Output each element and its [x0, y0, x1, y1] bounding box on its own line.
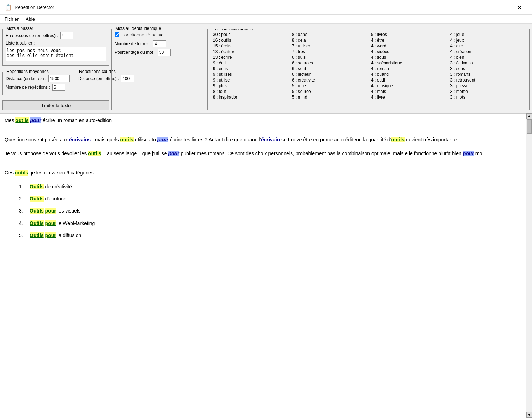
text-para-2: Question souvent posée aux écrivains : m… [5, 136, 522, 143]
rep-moy-dist-input[interactable] [48, 75, 70, 82]
list-item-3: 3. Outils pour les visuels [5, 207, 522, 215]
scroll-up-arrow[interactable]: ▲ [526, 113, 532, 119]
repetitions-row: Répétitions moyennes Distance (en lettre… [2, 69, 109, 95]
word-pour-3: pour [168, 151, 179, 156]
word-entry: 4 : jeux [450, 38, 526, 43]
nombre-lettres-label: Nombre de lettres : [115, 41, 151, 46]
list-word-outils-1: Outils [30, 184, 44, 189]
word-outils-3: outils [391, 137, 405, 142]
text-display-container: Mes outils pour écrire un roman en auto-… [0, 113, 532, 418]
liste-textarea[interactable]: les pas nos nous vous des ils elle était… [6, 47, 106, 61]
word-entry: 5 : mind [292, 95, 368, 100]
text-para-4: Ces outils, je les classe en 6 catégorie… [5, 169, 522, 177]
list-word-outils-2: Outils [30, 196, 44, 202]
word-entry: 3 : puisse [450, 83, 526, 88]
word-entry: 6 : créativité [292, 78, 368, 83]
word-entry: 5 : utile [292, 83, 368, 88]
word-entry: 13 : écriture [213, 49, 289, 54]
scrollbar[interactable]: ▲ ▼ [526, 113, 532, 418]
title-bar-controls: — □ ✕ [478, 2, 527, 13]
scroll-track[interactable] [526, 119, 532, 412]
word-entry: 6 : lecteur [292, 72, 368, 77]
minimize-button[interactable]: — [478, 2, 494, 13]
word-entry: 4 : sous [371, 55, 447, 60]
list-num-1: 1. [19, 183, 30, 190]
word-entry: 4 : word [371, 43, 447, 48]
word-entry: 4 : livre [371, 95, 447, 100]
en-dessous-label: En dessous de (en lettres) : [6, 33, 58, 38]
word-entry: 9 : écris [213, 66, 289, 71]
word-entry: 9 : plus [213, 83, 289, 88]
word-entry: 15 : écrits [213, 43, 289, 48]
rep-moyennes-label: Répétitions moyennes [5, 69, 50, 74]
checkbox-row: Fonctionnalité active [115, 32, 204, 37]
en-dessous-input[interactable] [60, 32, 73, 39]
word-entry: 4 : outil [371, 78, 447, 83]
app-icon: 📋 [5, 4, 12, 11]
mots-plus-utilises-label: Mots les plus utilisés [212, 29, 254, 31]
fonctionnalite-label: Fonctionnalité active [121, 32, 164, 37]
word-entry: 7 : très [292, 49, 368, 54]
scroll-thumb[interactable] [527, 119, 532, 134]
pourcentage-label: Pourcentage du mot : [115, 50, 156, 55]
mots-debut-label: Mots au début identique [114, 26, 162, 31]
maximize-button[interactable]: □ [495, 2, 511, 13]
word-entry: 3 : mots [450, 95, 526, 100]
word-entry: 8 : cela [292, 38, 368, 43]
word-entry: 4 : musique [371, 83, 447, 88]
list-word-pour-2: pour [45, 220, 56, 226]
word-entry: 3 : retrouvent [450, 78, 526, 83]
word-entry: 4 : être [371, 38, 447, 43]
word-pour-4: pour [463, 151, 474, 156]
mots-passer-label: Mots à passer [5, 26, 35, 31]
close-button[interactable]: ✕ [511, 2, 527, 13]
word-entry: 8 : tout [213, 89, 289, 94]
list-num-2: 2. [19, 195, 30, 203]
list-word-outils-3: Outils [30, 208, 44, 214]
process-button[interactable]: Traiter le texte [2, 100, 109, 110]
word-entry: 6 : sources [292, 61, 368, 66]
fonctionnalite-checkbox[interactable] [115, 32, 119, 37]
word-entry: 8 : dans [292, 32, 368, 37]
title-bar-title: Repetition Detector [15, 5, 54, 10]
word-entry: 4 : roman [371, 66, 447, 71]
liste-label-row: Liste à oublier : [6, 41, 106, 46]
text-para-3: Je vous propose de vous dévoiler les out… [5, 150, 522, 157]
word-entry: 6 : sont [292, 66, 368, 71]
list-word-outils-5: Outils [30, 232, 44, 238]
word-entry: 5 : source [292, 89, 368, 94]
text-area[interactable]: Mes outils pour écrire un roman en auto-… [0, 113, 526, 418]
word-outils-2: outils [120, 137, 134, 142]
controls-panel: Mots à passer En dessous de (en lettres)… [0, 24, 532, 113]
rep-moyennes-group: Répétitions moyennes Distance (en lettre… [2, 72, 73, 95]
menu-bar: Fichier Aide [0, 15, 532, 24]
word-outils-1: outils [15, 117, 28, 123]
word-ecrivain: écrivain [261, 137, 280, 142]
word-entry: 3 : écrivains [450, 61, 526, 66]
rep-moy-nb-input[interactable] [52, 84, 65, 91]
word-entry: 4 : joue [450, 32, 526, 37]
word-entry: 4 : vidéos [371, 49, 447, 54]
word-entry: 8 : inspiration [213, 95, 289, 100]
word-ecrivains: écrivains [69, 137, 91, 142]
word-entry: 9 : écrit [213, 61, 289, 66]
word-entry: 9 : utilise [213, 78, 289, 83]
scroll-down-arrow[interactable]: ▼ [526, 412, 532, 418]
spacer-2 [5, 163, 522, 169]
list-text-2: Outils d'écriture [30, 195, 66, 203]
title-bar: 📋 Repetition Detector — □ ✕ [0, 0, 532, 15]
word-entry: 5 : livres [371, 32, 447, 37]
words-grid: 30 : pour8 : dans5 : livres4 : joue16 : … [213, 32, 526, 100]
menu-fichier[interactable]: Fichier [2, 16, 21, 22]
pourcentage-input[interactable] [158, 49, 171, 56]
mots-debut-group: Mots au début identique Fonctionnalité a… [111, 29, 208, 110]
list-word-pour-3: pour [45, 232, 56, 238]
list-word-pour-1: pour [45, 208, 56, 214]
mots-plus-utilises-group: Mots les plus utilisés 30 : pour8 : dans… [210, 29, 530, 110]
nombre-lettres-input[interactable] [153, 40, 166, 47]
rep-moy-nb-label: Nombre de répétitions : [6, 85, 50, 90]
list-num-5: 5. [19, 231, 30, 239]
menu-aide[interactable]: Aide [23, 16, 38, 22]
list-word-outils-4: Outils [30, 220, 44, 226]
list-text-5: Outils pour la diffusion [30, 231, 81, 239]
